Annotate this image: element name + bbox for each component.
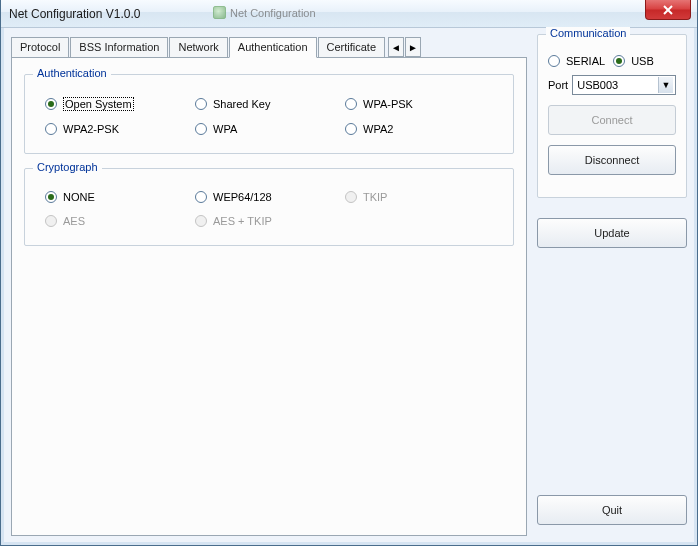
- radio-icon: [345, 191, 357, 203]
- radio-usb[interactable]: USB: [613, 55, 654, 67]
- tab-bss-information[interactable]: BSS Information: [70, 37, 168, 57]
- tab-scroll: ◄ ►: [388, 37, 422, 57]
- chevron-down-icon: ▼: [658, 77, 673, 93]
- cryptograph-legend: Cryptograph: [33, 161, 102, 173]
- connect-button: Connect: [548, 105, 676, 135]
- window-title: Net Configuration V1.0.0: [9, 7, 140, 21]
- update-button[interactable]: Update: [537, 218, 687, 248]
- authentication-legend: Authentication: [33, 67, 111, 79]
- radio-shared-key[interactable]: Shared Key: [195, 97, 335, 111]
- communication-group: Communication SERIAL USB Port USB003: [537, 34, 687, 198]
- radio-wpa[interactable]: WPA: [195, 123, 335, 135]
- close-button[interactable]: [645, 0, 691, 20]
- radio-icon: [195, 215, 207, 227]
- radio-icon: [45, 98, 57, 110]
- radio-none[interactable]: NONE: [45, 191, 185, 203]
- radio-wpa2[interactable]: WPA2: [345, 123, 485, 135]
- authentication-group: Authentication Open System Shared Key: [24, 74, 514, 154]
- tab-scroll-left[interactable]: ◄: [388, 37, 404, 57]
- port-value: USB003: [577, 79, 618, 91]
- radio-icon: [345, 123, 357, 135]
- app-icon: [213, 6, 226, 19]
- quit-button[interactable]: Quit: [537, 495, 687, 525]
- communication-legend: Communication: [546, 27, 630, 39]
- authentication-options: Open System Shared Key WPA-PSK WPA2: [35, 91, 503, 141]
- port-select[interactable]: USB003 ▼: [572, 75, 676, 95]
- radio-wpa2-psk[interactable]: WPA2-PSK: [45, 123, 185, 135]
- radio-aes: AES: [45, 215, 185, 227]
- radio-open-system[interactable]: Open System: [45, 97, 185, 111]
- spacer: [537, 258, 687, 495]
- tab-body: Authentication Open System Shared Key: [11, 57, 527, 536]
- close-icon: [663, 5, 673, 15]
- port-label: Port: [548, 79, 568, 91]
- radio-aes-tkip: AES + TKIP: [195, 215, 335, 227]
- radio-icon: [613, 55, 625, 67]
- radio-serial[interactable]: SERIAL: [548, 55, 605, 67]
- tab-certificate[interactable]: Certificate: [318, 37, 386, 57]
- left-pane: Protocol BSS Information Network Authent…: [11, 34, 527, 535]
- tab-authentication[interactable]: Authentication: [229, 37, 317, 58]
- cryptograph-options: NONE WEP64/128 TKIP AES: [35, 185, 503, 233]
- radio-tkip: TKIP: [345, 191, 485, 203]
- radio-icon: [45, 123, 57, 135]
- port-row: Port USB003 ▼: [548, 75, 676, 95]
- tab-scroll-right[interactable]: ►: [405, 37, 421, 57]
- tabstrip: Protocol BSS Information Network Authent…: [11, 34, 527, 57]
- radio-icon: [195, 191, 207, 203]
- radio-wpa-psk[interactable]: WPA-PSK: [345, 97, 485, 111]
- tab-network[interactable]: Network: [169, 37, 227, 57]
- communication-mode-row: SERIAL USB: [548, 55, 676, 67]
- app-window: Net Configuration V1.0.0 Net Configurati…: [0, 0, 698, 546]
- radio-icon: [45, 191, 57, 203]
- titlebar: Net Configuration V1.0.0 Net Configurati…: [1, 0, 697, 28]
- radio-icon: [195, 98, 207, 110]
- client-area: Protocol BSS Information Network Authent…: [11, 34, 687, 535]
- disconnect-button[interactable]: Disconnect: [548, 145, 676, 175]
- background-tab-ghost: Net Configuration: [213, 6, 316, 19]
- cryptograph-group: Cryptograph NONE WEP64/128 TKIP: [24, 168, 514, 246]
- right-pane: Communication SERIAL USB Port USB003: [537, 34, 687, 535]
- radio-icon: [195, 123, 207, 135]
- radio-icon: [45, 215, 57, 227]
- radio-icon: [345, 98, 357, 110]
- radio-wep64-128[interactable]: WEP64/128: [195, 191, 335, 203]
- tab-protocol[interactable]: Protocol: [11, 37, 69, 57]
- radio-icon: [548, 55, 560, 67]
